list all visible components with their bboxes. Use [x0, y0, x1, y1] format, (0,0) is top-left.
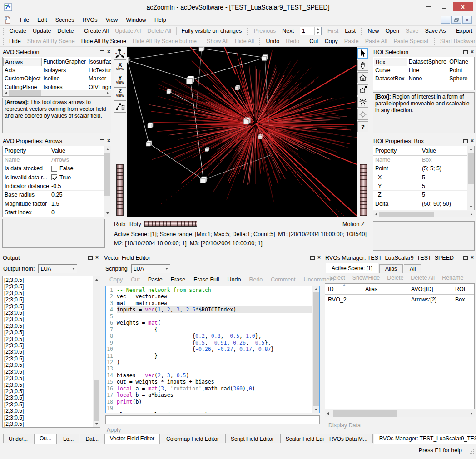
update-button[interactable]: Update: [30, 27, 54, 35]
copy-button[interactable]: Copy: [322, 37, 341, 45]
close-icon[interactable]: ×: [471, 139, 474, 143]
checkbox[interactable]: [51, 174, 57, 180]
menu-edit[interactable]: Edit: [33, 15, 51, 25]
undo-button[interactable]: Undo: [223, 276, 245, 283]
list-item-isoline[interactable]: Isoline: [42, 74, 87, 83]
delete-all-button[interactable]: Delete All: [144, 27, 174, 35]
column-header[interactable]: Alias: [362, 284, 408, 294]
checkbox[interactable]: [51, 166, 57, 172]
mdi-restore-button[interactable]: [451, 16, 461, 24]
rename-button[interactable]: Rename: [438, 274, 467, 281]
column-header[interactable]: Value: [420, 148, 438, 154]
comment-button[interactable]: Comment: [267, 276, 299, 283]
roty-thumbwheel[interactable]: [144, 221, 197, 227]
pointer-tool-button[interactable]: [357, 48, 368, 59]
erase-line-icon[interactable]: [114, 100, 126, 113]
show-all-button[interactable]: Show All: [203, 37, 232, 45]
paste-special-button[interactable]: Paste Special: [390, 37, 431, 45]
hide-all-button[interactable]: Hide All: [232, 37, 257, 45]
maximize-button[interactable]: [437, 2, 451, 11]
home-icon[interactable]: [357, 72, 368, 83]
display-data-button[interactable]: Display Data: [328, 422, 361, 429]
list-item-isolayers[interactable]: Isolayers: [42, 66, 87, 75]
menu-scenes[interactable]: Scenes: [51, 15, 79, 25]
mdi-minimize-button[interactable]: [441, 16, 450, 24]
float-icon[interactable]: [463, 139, 468, 143]
tab-undo[interactable]: Undo/...: [3, 434, 33, 443]
hide-all-by-scene-button[interactable]: Hide All By Scene: [78, 37, 129, 45]
column-header[interactable]: Property: [373, 148, 420, 154]
toolbar-handle[interactable]: [434, 38, 435, 45]
next-button[interactable]: Next: [279, 27, 297, 35]
property-row[interactable]: X5: [373, 173, 467, 182]
toolbar-handle[interactable]: [361, 28, 362, 35]
property-row[interactable]: X50: [373, 208, 467, 210]
first-button[interactable]: First: [324, 27, 342, 35]
delete-button[interactable]: Delete: [383, 274, 407, 281]
output-source-combobox[interactable]: LUA: [38, 264, 77, 273]
create-button[interactable]: Create: [6, 27, 30, 35]
delete-all-button[interactable]: Delete All: [407, 274, 438, 281]
avo-table-vscrollbar[interactable]: [104, 146, 111, 217]
close-icon[interactable]: ×: [317, 256, 321, 260]
property-row[interactable]: Base radius0.25: [3, 191, 104, 199]
paste-all-button[interactable]: Paste All: [362, 37, 391, 45]
output-log-list[interactable]: [2;3;0.5][2;3;0.5][2;3;0.5][2;3;0.5][2;3…: [2, 276, 100, 428]
toolbar-handle[interactable]: [3, 28, 4, 35]
list-item-customobject[interactable]: CustomObject: [3, 74, 42, 83]
property-row[interactable]: Y5: [373, 182, 467, 191]
rvo-tab-all[interactable]: All: [404, 264, 421, 273]
rvo-table-row[interactable]: RVO_2Arrows:[2]Box: [325, 295, 474, 305]
axes-icon[interactable]: z x y: [114, 48, 126, 60]
toolbar-handle[interactable]: [3, 38, 4, 45]
rvo-tab-active-scene-1[interactable]: Active Scene: [1]: [326, 263, 378, 273]
document-icon[interactable]: [4, 16, 11, 24]
paste-button[interactable]: Paste: [341, 37, 362, 45]
copy-button[interactable]: Copy: [105, 276, 127, 283]
list-item-sphere[interactable]: Sphere: [448, 74, 474, 83]
paste-button[interactable]: Paste: [144, 276, 167, 283]
update-all-button[interactable]: Update All: [112, 27, 144, 35]
redo-button[interactable]: Redo: [283, 37, 302, 45]
roi-table-hscrollbar[interactable]: [373, 211, 475, 217]
open-button[interactable]: Open: [382, 27, 402, 35]
tab-rvos-manager-test-luascalar9-test[interactable]: RVOs Manager: TEST_LuaScalar9_TEST_...: [374, 434, 476, 444]
undo-button[interactable]: Undo: [263, 37, 283, 45]
float-icon[interactable]: [88, 256, 93, 260]
property-row[interactable]: Indicator distance-0.5: [3, 182, 104, 191]
cut-button[interactable]: Cut: [306, 37, 321, 45]
show-all-by-scene-button[interactable]: Show All By Scene: [24, 37, 78, 45]
save-button[interactable]: Save: [402, 27, 422, 35]
y-view-button[interactable]: Yview: [114, 74, 126, 86]
rvo-tab-alias[interactable]: Alias: [379, 264, 403, 273]
viewport-3d-canvas[interactable]: [127, 47, 357, 217]
list-item-curve[interactable]: Curve: [374, 66, 407, 75]
property-row[interactable]: NameBox: [373, 156, 467, 164]
rotx-thumbwheel[interactable]: [116, 164, 124, 216]
property-row[interactable]: Is invalid data r...True: [3, 173, 104, 182]
property-row[interactable]: Is data stockedFalse: [3, 164, 104, 173]
cut-button[interactable]: Cut: [127, 276, 144, 283]
delete-button[interactable]: Delete: [54, 27, 77, 35]
code-vscrollbar[interactable]: [312, 286, 319, 413]
list-item-axis[interactable]: Axis: [3, 66, 42, 75]
tab-ou[interactable]: Ou...: [34, 434, 57, 444]
toolbar-handle[interactable]: [247, 28, 248, 35]
select-button[interactable]: Select: [326, 274, 349, 281]
apply-button[interactable]: Apply: [107, 427, 121, 433]
close-icon[interactable]: ×: [107, 139, 110, 143]
tab-vector-field-editor[interactable]: Vector Field Editor: [104, 434, 160, 444]
fully-visible-on-changes-button[interactable]: Fully visible on changes: [178, 27, 245, 35]
close-icon[interactable]: ×: [471, 50, 474, 54]
tab-dat[interactable]: Dat...: [80, 434, 104, 443]
list-item-box[interactable]: Box: [374, 58, 407, 66]
erase-full-button[interactable]: Erase Full: [189, 276, 223, 283]
tab-lo[interactable]: Lo...: [58, 434, 79, 443]
tab-script-field-editor[interactable]: Script Field Editor: [225, 434, 279, 443]
minimize-button[interactable]: [422, 2, 436, 11]
last-button[interactable]: Last: [342, 27, 359, 35]
menu-rvos[interactable]: RVOs: [78, 15, 101, 25]
close-icon[interactable]: ×: [471, 256, 474, 260]
code-editor[interactable]: 1-- Neural network from scratch2vec = ve…: [105, 286, 320, 413]
property-row[interactable]: Point(5; 5; 5): [373, 164, 467, 173]
